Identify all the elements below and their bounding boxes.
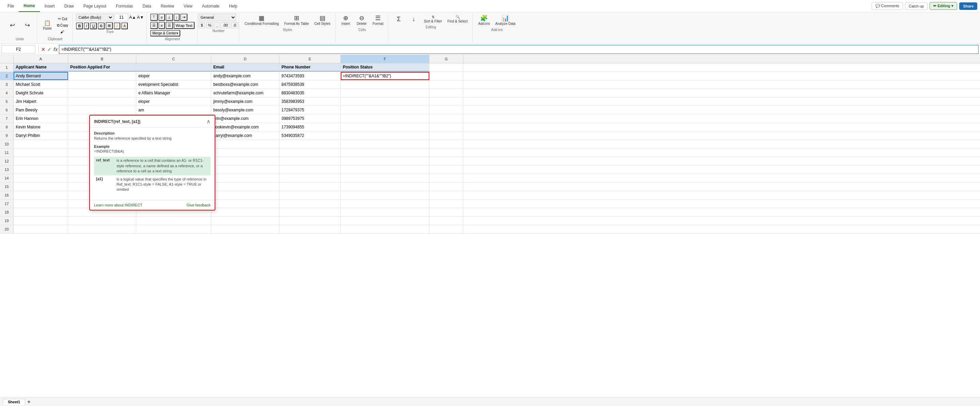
col-header-g[interactable]: G: [430, 55, 463, 63]
cell-f2[interactable]: =INDIRECT(""&A1&""!B2"): [341, 72, 430, 80]
cell-g7[interactable]: [430, 114, 463, 123]
strikethrough-button[interactable]: S: [98, 22, 104, 29]
col-header-f[interactable]: F: [341, 55, 430, 63]
tab-help[interactable]: Help: [224, 0, 242, 12]
align-center-button[interactable]: ≡: [158, 22, 165, 29]
cell-a2[interactable]: Andy Bernard: [14, 72, 68, 80]
font-color-button[interactable]: A: [121, 22, 128, 29]
cell-f8[interactable]: [341, 123, 430, 131]
format-as-table-button[interactable]: ⊞ Format As Table: [282, 14, 311, 27]
font-family-select[interactable]: Calibri (Body): [76, 14, 113, 21]
tab-home[interactable]: Home: [19, 0, 40, 12]
font-size-decrease[interactable]: A▼: [137, 15, 144, 20]
cell-e3[interactable]: 8475938539: [279, 80, 341, 89]
align-top-button[interactable]: ⊤: [150, 14, 158, 21]
cell-g9[interactable]: [430, 132, 463, 140]
cell-d4[interactable]: schrutefarm@example.com: [211, 89, 279, 97]
cell-g8[interactable]: [430, 123, 463, 131]
formula-fx-button[interactable]: fx: [54, 47, 57, 52]
tab-page-layout[interactable]: Page Layout: [79, 0, 111, 12]
cell-e2[interactable]: 9743473593: [279, 72, 341, 80]
tab-formulas[interactable]: Formulas: [111, 0, 138, 12]
editing-button[interactable]: ✏ Editing ▾: [929, 2, 957, 10]
cell-d5[interactable]: jimmy@example.com: [211, 97, 279, 106]
cell-f6[interactable]: [341, 106, 430, 114]
share-button[interactable]: Share: [959, 2, 977, 10]
cell-b3[interactable]: [68, 80, 136, 89]
border-button[interactable]: ⊞: [106, 22, 113, 29]
fill-button[interactable]: ↓: [407, 14, 420, 25]
cell-b1[interactable]: Position Applied For: [68, 63, 136, 71]
cell-b4[interactable]: [68, 89, 136, 97]
cell-c3[interactable]: evelopment Specialist: [136, 80, 211, 89]
cell-e6[interactable]: 1729479375: [279, 106, 341, 114]
insert-cells-button[interactable]: ⊕ Insert: [339, 14, 353, 27]
cell-e7[interactable]: 3989753975: [279, 114, 341, 123]
tab-view[interactable]: View: [179, 0, 197, 12]
fn-popup-close-button[interactable]: ∧: [207, 118, 211, 125]
font-size-input[interactable]: [115, 14, 128, 21]
cell-g2[interactable]: [430, 72, 463, 80]
decrease-decimal-button[interactable]: .0: [231, 22, 238, 28]
tab-automate[interactable]: Automate: [197, 0, 224, 12]
align-left-button[interactable]: ☰: [150, 22, 158, 29]
cell-d1[interactable]: Email: [211, 63, 279, 71]
col-header-a[interactable]: A: [14, 55, 68, 63]
redo-button[interactable]: [21, 21, 34, 30]
tab-review[interactable]: Review: [156, 0, 178, 12]
tab-data[interactable]: Data: [138, 0, 156, 12]
formula-cancel-button[interactable]: ✕: [41, 47, 45, 52]
cell-d2[interactable]: andy@example.com: [211, 72, 279, 80]
cell-b6[interactable]: [68, 106, 136, 114]
cell-a8[interactable]: Kevin Malone: [14, 123, 68, 131]
cut-button[interactable]: ✂ Cut: [56, 16, 70, 22]
cell-f7[interactable]: [341, 114, 430, 123]
cell-f3[interactable]: [341, 80, 430, 89]
copy-button[interactable]: ⧉ Copy: [56, 22, 70, 28]
cell-g4[interactable]: [430, 89, 463, 97]
tab-insert[interactable]: Insert: [40, 0, 60, 12]
cell-b5[interactable]: [68, 97, 136, 106]
add-sheet-button[interactable]: +: [27, 399, 30, 405]
comments-button[interactable]: 💬 Comments: [872, 2, 903, 10]
tab-draw[interactable]: Draw: [60, 0, 79, 12]
cell-d3[interactable]: bestboss@example.com: [211, 80, 279, 89]
cell-f5[interactable]: [341, 97, 430, 106]
conditional-formatting-button[interactable]: ▦ Conditional Formatting: [243, 14, 281, 27]
cell-a6[interactable]: Pam Beesly: [14, 106, 68, 114]
align-bottom-button[interactable]: ⊥: [165, 14, 173, 21]
italic-button[interactable]: I: [84, 22, 89, 29]
add-ins-button[interactable]: 🧩 Add-ins: [476, 14, 492, 27]
cell-g3[interactable]: [430, 80, 463, 89]
catchup-button[interactable]: Catch up: [905, 2, 928, 10]
cell-e5[interactable]: 3583983953: [279, 97, 341, 106]
cell-g5[interactable]: [430, 97, 463, 106]
give-feedback-link[interactable]: Give feedback: [187, 203, 211, 207]
merge-center-button[interactable]: Merge & Center▾: [150, 30, 180, 36]
cell-e4[interactable]: 8830483035: [279, 89, 341, 97]
comma-button[interactable]: ,: [214, 22, 220, 28]
cell-a1[interactable]: Applicant Name: [14, 63, 68, 71]
cell-d7[interactable]: erin@example.com: [211, 114, 279, 123]
percent-button[interactable]: %: [206, 22, 214, 28]
cell-c2[interactable]: eloper: [136, 72, 211, 80]
increase-decimal-button[interactable]: .00: [221, 22, 230, 28]
cell-g6[interactable]: [430, 106, 463, 114]
cell-c1[interactable]: [136, 63, 211, 71]
cell-b2[interactable]: [68, 72, 136, 80]
cell-styles-button[interactable]: ▤ Cell Styles: [312, 14, 332, 27]
cell-a4[interactable]: Dwight Schrute: [14, 89, 68, 97]
sheet-tab-sheet1[interactable]: Sheet1: [3, 399, 25, 404]
cell-e8[interactable]: 1739094855: [279, 123, 341, 131]
paste-button[interactable]: Paste: [41, 18, 54, 32]
col-header-b[interactable]: B: [68, 55, 136, 63]
number-format-select[interactable]: General: [199, 14, 236, 21]
col-header-d[interactable]: D: [211, 55, 279, 63]
fill-color-button[interactable]: A: [114, 22, 120, 29]
format-cells-button[interactable]: ☰ Format: [371, 14, 386, 27]
cell-e1[interactable]: Phone Number: [279, 63, 341, 71]
align-right-button[interactable]: ☰: [165, 22, 173, 29]
underline-button[interactable]: U: [90, 22, 97, 29]
find-select-button[interactable]: 🔍 Find & Select: [445, 14, 469, 25]
cell-f4[interactable]: [341, 89, 430, 97]
